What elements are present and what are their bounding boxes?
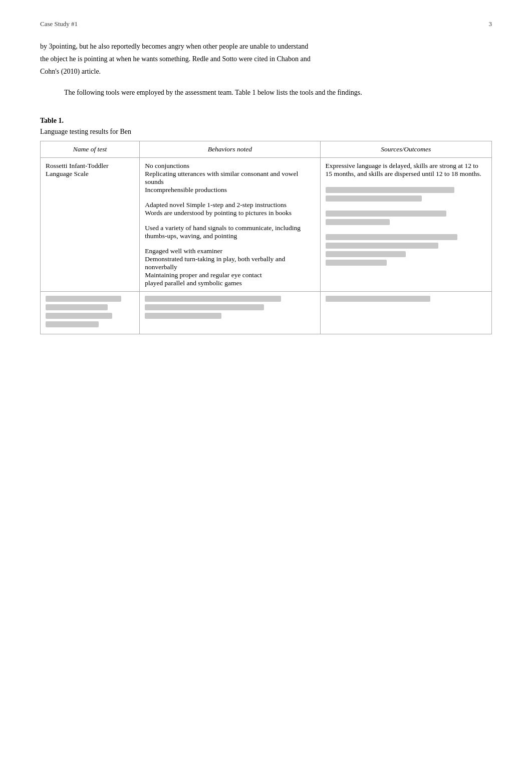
outcome-blurred-group-1 xyxy=(326,187,486,202)
blurred-behaviors-cell xyxy=(140,291,320,334)
table-row-blurred xyxy=(41,291,492,334)
outcome-blurred-group-3 xyxy=(326,234,486,266)
table-caption: Language testing results for Ben xyxy=(40,128,492,136)
blurred-beh-line-2 xyxy=(145,304,264,310)
outcomes-cell: Expressive language is delayed, skills a… xyxy=(320,157,491,291)
behavior-parallel-games: played parallel and symbolic games xyxy=(145,279,241,287)
blurred-outcomes-cell xyxy=(320,291,491,334)
col-behaviors-header: Behaviors noted xyxy=(140,141,320,157)
behavior-eye-contact: Maintaining proper and regular eye conta… xyxy=(145,271,262,279)
behavior-group-2: Adapted novel Simple 1-step and 2-step i… xyxy=(145,201,315,217)
paragraph-1-line-c: Cohn's (2010) article. xyxy=(40,65,492,78)
blurred-line-5 xyxy=(326,234,458,240)
results-table: Name of test Behaviors noted Sources/Out… xyxy=(40,141,492,334)
behavior-incomprehensible: Incomprehensible productions xyxy=(145,186,227,193)
blurred-line-7 xyxy=(326,251,406,257)
blurred-line-6 xyxy=(326,243,438,249)
blurred-name-line-1 xyxy=(46,296,121,302)
outcome-text-1: Expressive language is delayed, skills a… xyxy=(326,162,486,178)
blurred-beh-line-3 xyxy=(145,313,221,319)
blurred-name-line-3 xyxy=(46,313,112,319)
header-left: Case Study #1 xyxy=(40,20,78,28)
blurred-line-2 xyxy=(326,196,422,202)
blurred-line-4 xyxy=(326,219,390,225)
table-row: Rossetti Infant-Toddler Language Scale N… xyxy=(41,157,492,291)
blurred-line-3 xyxy=(326,211,446,217)
table-header-row: Name of test Behaviors noted Sources/Out… xyxy=(41,141,492,157)
behavior-words-pointing: Words are understood by pointing to pict… xyxy=(145,209,292,217)
table-section: Table 1. Language testing results for Be… xyxy=(40,117,492,334)
col-outcomes-header: Sources/Outcomes xyxy=(320,141,491,157)
col-name-header: Name of test xyxy=(41,141,140,157)
behavior-group-4: Engaged well with examiner Demonstrated … xyxy=(145,247,315,287)
blurred-line-1 xyxy=(326,187,454,193)
blurred-out-line-1 xyxy=(326,296,430,302)
paragraph-2: The following tools were employed by the… xyxy=(40,86,492,99)
behavior-no-conjunctions: No conjunctions xyxy=(145,162,189,169)
behavior-engaged: Engaged well with examiner xyxy=(145,247,222,255)
outcome-blurred-group-2 xyxy=(326,211,486,225)
outcome-visible: Expressive language is delayed, skills a… xyxy=(326,162,481,177)
blurred-line-8 xyxy=(326,260,387,266)
paragraph-1-line-b: the object he is pointing at when he wan… xyxy=(40,53,492,65)
behavior-replicating: Replicating utterances with similar cons… xyxy=(145,170,298,185)
table-title: Table 1. xyxy=(40,117,492,125)
test-name-cell: Rossetti Infant-Toddler Language Scale xyxy=(41,157,140,291)
behavior-turn-taking: Demonstrated turn-taking in play, both v… xyxy=(145,255,285,271)
behavior-hand-signals: Used a variety of hand signals to commun… xyxy=(145,224,301,240)
blurred-name-line-2 xyxy=(46,304,108,310)
blurred-name-cell xyxy=(41,291,140,334)
paragraph-1-line-a: by 3pointing, but he also reportedly bec… xyxy=(40,40,492,53)
blurred-name-line-4 xyxy=(46,321,99,327)
behavior-group-3: Used a variety of hand signals to commun… xyxy=(145,224,315,240)
behaviors-cell: No conjunctions Replicating utterances w… xyxy=(140,157,320,291)
test-name-text: Rossetti Infant-Toddler Language Scale xyxy=(46,162,108,177)
blurred-beh-line-1 xyxy=(145,296,281,302)
behavior-group-1: No conjunctions Replicating utterances w… xyxy=(145,162,315,194)
behavior-adapted: Adapted novel Simple 1-step and 2-step i… xyxy=(145,201,287,209)
page-header: Case Study #1 3 xyxy=(40,20,492,28)
page-number: 3 xyxy=(489,20,492,28)
